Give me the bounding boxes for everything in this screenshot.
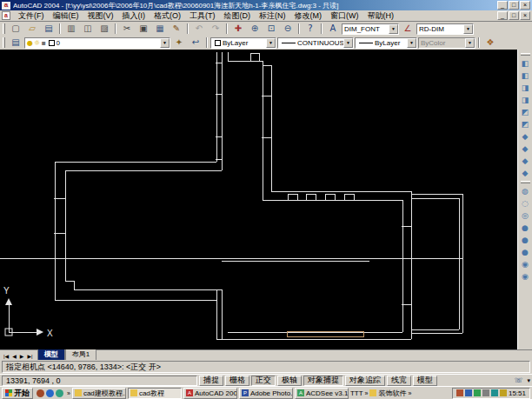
- quick-launch-3-icon[interactable]: [56, 389, 63, 397]
- tab-nav-arrow-0[interactable]: |◀: [2, 352, 10, 360]
- status-otrack-button[interactable]: 对象追踪: [345, 376, 385, 386]
- menu-help[interactable]: 帮助(H): [363, 10, 399, 23]
- paste-button[interactable]: ▦: [152, 23, 168, 35]
- chevron-down-icon[interactable]: ▼: [343, 38, 353, 48]
- menu-draw[interactable]: 绘图(D): [220, 10, 256, 23]
- chevron-down-icon[interactable]: ▼: [389, 24, 398, 34]
- menu-edit[interactable]: 编辑(E): [49, 10, 83, 23]
- layer-lock-icon[interactable]: ▪: [41, 39, 45, 47]
- drawing-file-icon[interactable]: a: [2, 11, 10, 20]
- lineweight-combo[interactable]: ByLayer ▼: [355, 37, 417, 49]
- view-front-button[interactable]: ◩: [519, 106, 532, 118]
- zoom-window-button[interactable]: ⊡: [263, 23, 279, 35]
- shade-flat-edges-button[interactable]: ◉: [519, 270, 532, 283]
- tray-icon-5[interactable]: [491, 389, 498, 396]
- drawing-canvas[interactable]: YX: [0, 50, 517, 349]
- child-minimize-button[interactable]: _: [497, 11, 508, 20]
- deco-folder-icon[interactable]: [369, 389, 376, 396]
- tray-icon-2[interactable]: [465, 389, 472, 396]
- ttt-chevron-icon[interactable]: »: [365, 390, 369, 396]
- deco-toolbar-label[interactable]: 装饰软件: [378, 389, 406, 398]
- quick-launch-1-icon[interactable]: [37, 389, 44, 397]
- zoom-previous-button[interactable]: ⊖: [280, 23, 296, 35]
- quick-launch-chevron-icon[interactable]: »: [67, 390, 70, 396]
- view-ne-iso-button[interactable]: ◆: [519, 155, 532, 167]
- pan-button[interactable]: ✚: [230, 23, 246, 35]
- toolbar-grip[interactable]: [3, 37, 5, 48]
- view-top-button[interactable]: ◧: [519, 57, 532, 70]
- deco-chevron-icon[interactable]: »: [408, 390, 411, 396]
- layer-manager-button[interactable]: ▤: [8, 37, 23, 49]
- menu-modify[interactable]: 修改(M): [290, 10, 327, 23]
- dim-style-button[interactable]: ∠: [400, 23, 416, 35]
- shade-gouraud-button[interactable]: ●: [519, 246, 532, 258]
- menu-file[interactable]: 文件(F): [14, 10, 49, 23]
- maximize-button[interactable]: □: [509, 1, 519, 10]
- zoom-realtime-button[interactable]: ⊕: [247, 23, 263, 35]
- status-lwt-button[interactable]: 线宽: [387, 376, 411, 386]
- child-close-button[interactable]: ×: [520, 11, 530, 20]
- menu-format[interactable]: 格式(O): [150, 10, 185, 23]
- status-ortho-button[interactable]: 正交: [251, 376, 276, 386]
- tab-model[interactable]: 模型: [37, 348, 65, 360]
- task-cad-modeling-tutorial-folder[interactable]: cad建模教程...: [72, 388, 126, 399]
- tab-nav-arrow-3[interactable]: ▶|: [25, 352, 34, 360]
- shade-2d-wireframe-button[interactable]: ◌: [519, 197, 532, 209]
- color-combo[interactable]: ByLayer ▼: [210, 37, 276, 49]
- tab-nav-arrow-2[interactable]: ▶: [18, 352, 26, 360]
- status-grid-button[interactable]: 栅格: [225, 376, 249, 386]
- layer-previous-button[interactable]: ↩: [188, 37, 203, 49]
- communication-center-button[interactable]: ☏: [511, 376, 525, 386]
- dim-style-combo[interactable]: RD-DIM ▼: [416, 23, 474, 35]
- minimize-button[interactable]: _: [497, 1, 508, 10]
- new-button[interactable]: ▢: [8, 23, 23, 35]
- menu-window[interactable]: 窗口(W): [326, 10, 363, 23]
- toolbar-grip[interactable]: [3, 23, 5, 34]
- linetype-combo[interactable]: CONTINUOUS ▼: [277, 37, 354, 49]
- view-right-button[interactable]: ◨: [519, 94, 532, 106]
- status-snap-button[interactable]: 捕捉: [199, 376, 223, 386]
- make-object-layer-current-button[interactable]: ✦: [171, 37, 187, 49]
- shade-flat-button[interactable]: ●: [519, 234, 532, 246]
- status-polar-button[interactable]: 极轴: [277, 376, 302, 386]
- command-input[interactable]: 指定相机点 <14640, 9786, 1334>: <正交 开>: [2, 361, 530, 373]
- taskbar-clock[interactable]: 15:51: [509, 389, 526, 397]
- menu-dimension[interactable]: 标注(N): [255, 10, 290, 23]
- toolbar-grip[interactable]: [521, 53, 530, 56]
- menu-view[interactable]: 视图(V): [83, 10, 118, 23]
- tray-icon-1[interactable]: [456, 389, 463, 396]
- 3d-orbit-button[interactable]: ◍: [519, 185, 532, 197]
- match-properties-button[interactable]: ✎: [169, 23, 184, 35]
- text-style-button[interactable]: A: [325, 23, 341, 35]
- close-button[interactable]: ×: [520, 1, 530, 10]
- toolbar-grip[interactable]: [521, 181, 530, 183]
- layer-combo[interactable]: ● ☼ ▪ 0 ▼: [24, 37, 170, 49]
- child-restore-button[interactable]: □: [509, 11, 519, 20]
- start-button[interactable]: 开始: [2, 388, 33, 399]
- plot-button[interactable]: ▥: [63, 23, 79, 35]
- tray-icon-3[interactable]: [474, 389, 481, 396]
- view-left-button[interactable]: ◨: [519, 82, 532, 94]
- task-cad-tutorial-folder[interactable]: cad教程: [128, 388, 182, 399]
- tab-layout1[interactable]: 布局1: [65, 348, 96, 360]
- view-bottom-button[interactable]: ◧: [519, 70, 532, 82]
- view-nw-iso-button[interactable]: ◆: [519, 167, 532, 179]
- copy-button[interactable]: ▣: [136, 23, 151, 35]
- tab-nav-arrow-1[interactable]: ◀: [10, 352, 18, 360]
- layer-freeze-icon[interactable]: ☼: [34, 39, 40, 47]
- status-model-button[interactable]: 模型: [413, 376, 437, 386]
- tray-icon-4[interactable]: [482, 389, 489, 396]
- help-button[interactable]: ?: [303, 23, 318, 35]
- save-button[interactable]: ▤: [41, 23, 57, 35]
- cut-button[interactable]: ✂: [119, 23, 135, 35]
- ttt-toolbar-label[interactable]: TTT: [350, 389, 363, 397]
- task-photoshop[interactable]: PAdobe Photo...: [239, 388, 293, 399]
- tray-icon-6[interactable]: [500, 389, 507, 396]
- view-sw-iso-button[interactable]: ◆: [519, 130, 532, 143]
- chevron-down-icon[interactable]: ▼: [160, 38, 170, 48]
- print-preview-button[interactable]: ◫: [80, 23, 96, 35]
- task-autocad[interactable]: AAutoCAD 200...: [183, 388, 237, 399]
- chevron-down-icon[interactable]: ▼: [407, 38, 416, 48]
- shade-3d-wireframe-button[interactable]: ◎: [519, 209, 532, 222]
- chevron-down-icon[interactable]: ▼: [266, 38, 276, 48]
